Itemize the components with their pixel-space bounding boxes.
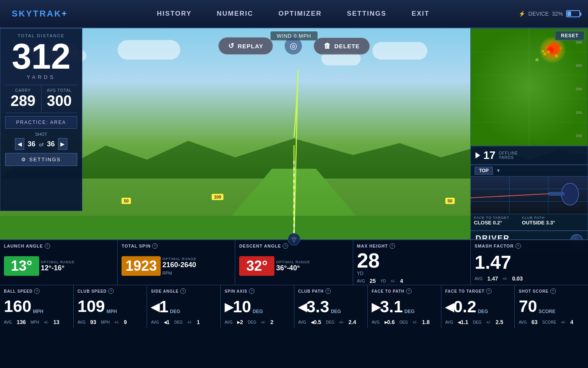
svg-point-19: [535, 58, 539, 61]
dropdown-icon: ▼: [496, 168, 501, 173]
spin-axis-info-icon[interactable]: ?: [249, 288, 254, 294]
fairway-center-line: [294, 161, 295, 239]
chevron-collapse-btn[interactable]: ▽: [288, 233, 300, 246]
scatter-plot: 350 300 250 200 150: [471, 29, 588, 146]
club-view-panel: TOP ▼ FACE TO TARGET CLOSE 0.2° CLUB PAT…: [470, 165, 588, 231]
club-view-header: TOP ▼: [471, 165, 588, 177]
side-angle-info-icon[interactable]: ?: [180, 288, 186, 294]
descent-angle-value: 32°: [239, 256, 274, 276]
descent-angle-info-icon[interactable]: ?: [283, 243, 288, 249]
spin-axis-cell: SPIN AXIS ? ▸10 DEG AVG ▸2 DEG +/- 2: [221, 285, 294, 328]
replay-button[interactable]: ↺ REPLAY: [218, 37, 273, 55]
nav-links: HISTORY NUMERIC OPTIMIZER SETTINGS EXIT: [144, 7, 442, 21]
shot-next-button[interactable]: ▶: [58, 138, 67, 150]
spin-axis-value: ▸10: [225, 297, 251, 316]
shot-score-cell: SHOT SCORE ? 70 SCORE AVG 63 SCORE +/- 4: [515, 285, 588, 328]
club-speed-unit: MPH: [107, 309, 117, 314]
club-path-info-icon[interactable]: ?: [325, 288, 331, 294]
shot-prev-button[interactable]: ◀: [15, 138, 24, 150]
view-toggle-button[interactable]: TOP: [475, 167, 493, 175]
top-navigation: SKYTRAK+ HISTORY NUMERIC OPTIMIZER SETTI…: [0, 0, 588, 28]
shot-counter: 36 of 36: [27, 140, 54, 148]
face-to-path-unit: DEG: [405, 309, 415, 314]
svg-point-17: [555, 55, 558, 58]
ball-speed-value: 160: [4, 297, 31, 316]
avg-total-box: AVG TOTAL 300: [42, 85, 78, 113]
yard-marker-50-left: 50: [122, 198, 131, 204]
launch-angle-value: 13°: [4, 256, 39, 276]
replay-icon: ↺: [228, 42, 234, 50]
svg-text:150: 150: [576, 133, 583, 138]
face-to-target-unit: DEG: [478, 309, 488, 314]
club-path-stat: CLUB PATH OUTSIDE 3.3°: [522, 216, 555, 226]
delete-button[interactable]: 🗑 DELETE: [314, 38, 370, 55]
nav-history[interactable]: HISTORY: [144, 7, 204, 21]
max-height-value: 28: [357, 250, 380, 271]
app-logo: SKYTRAK+: [12, 9, 68, 19]
face-to-target-value: ◂0.2: [445, 297, 476, 316]
total-distance-value: 312: [5, 39, 77, 74]
club-speed-cell: CLUB SPEED ? 109 MPH AVG 93 MPH +/- 9: [74, 285, 147, 328]
nav-numeric[interactable]: NUMERIC: [204, 7, 266, 21]
side-angle-value: ◂1: [151, 297, 168, 316]
side-angle-cell: SIDE ANGLE ? ◂1 DEG AVG ◂1 DEG +/- 1: [147, 285, 221, 328]
club-head-visual: [471, 177, 588, 214]
club-speed-info-icon[interactable]: ?: [108, 288, 114, 294]
left-stats-panel: TOTAL DISTANCE 312 YARDS CARRY 289 AVG T…: [0, 28, 82, 211]
club-path-line: [471, 193, 561, 199]
shot-score-value: 70: [519, 297, 537, 316]
descent-angle-cell: DESCENT ANGLE ? 32° OPTIMAL RANGE 36°-40…: [235, 240, 353, 285]
total-spin-info-icon[interactable]: ?: [152, 243, 158, 249]
face-to-path-cell: FACE TO PATH ? ▸3.1 DEG AVG ▸0.6 DEG +/-…: [368, 285, 441, 328]
gear-icon: ⚙: [21, 157, 27, 162]
svg-point-18: [546, 46, 548, 49]
scatter-reset-button[interactable]: RESET: [555, 31, 584, 40]
ball-speed-unit: MPH: [33, 309, 44, 314]
total-spin-cell: TOTAL SPIN ? 1923 OPTIMAL RANGE 2160-264…: [118, 240, 235, 285]
face-to-target-cell: FACE TO TARGET ? ◂0.2 DEG AVG ◂1.1 DEG +…: [441, 285, 515, 328]
offline-yards-panel: 17 OFFLINE YARDS: [470, 146, 588, 165]
smash-factor-value: 1.47: [475, 251, 511, 273]
yard-marker-50-right: 50: [445, 198, 455, 204]
settings-button[interactable]: ⚙ SETTINGS: [5, 153, 77, 166]
carry-box: CARRY 289: [5, 85, 42, 113]
launch-angle-info-icon[interactable]: ?: [45, 243, 50, 249]
ball-speed-cell: BALL SPEED ? 160 MPH AVG 136 MPH +/- 13: [0, 285, 74, 328]
club-path-value: ◂3.3: [298, 297, 329, 316]
club-speed-value: 109: [78, 297, 105, 316]
face-to-path-value: ▸3.1: [372, 297, 403, 316]
svg-text:350: 350: [576, 40, 583, 44]
lightning-icon: ⚡: [519, 11, 525, 17]
scatter-plot-panel: RESET 350 300 250 200 150: [470, 28, 588, 146]
max-height-info-icon[interactable]: ?: [390, 243, 395, 249]
offline-labels: OFFLINE YARDS: [499, 151, 518, 160]
smash-factor-info-icon[interactable]: ?: [515, 243, 521, 249]
club-stats-row: FACE TO TARGET CLOSE 0.2° CLUB PATH OUTS…: [471, 214, 588, 227]
stats-row-2: BALL SPEED ? 160 MPH AVG 136 MPH +/- 13 …: [0, 285, 588, 328]
action-buttons: ↺ REPLAY ◎ 🗑 DELETE: [218, 37, 370, 55]
svg-text:250: 250: [576, 87, 583, 91]
nav-optimizer[interactable]: OPTIMIZER: [266, 7, 334, 21]
compass-icon: ◎: [285, 37, 302, 55]
ball-speed-info-icon[interactable]: ?: [34, 288, 40, 294]
offline-value: 17: [483, 149, 495, 162]
svg-point-14: [543, 53, 546, 56]
svg-text:200: 200: [576, 110, 583, 115]
face-to-path-info-icon[interactable]: ?: [406, 288, 412, 294]
battery-icon: [566, 10, 580, 17]
spin-axis-unit: DEG: [253, 309, 263, 314]
max-height-unit: YD: [357, 271, 380, 276]
nav-settings[interactable]: SETTINGS: [334, 7, 399, 21]
nav-exit[interactable]: EXIT: [399, 7, 442, 21]
shot-score-info-icon[interactable]: ?: [550, 288, 556, 294]
face-to-target-stat: FACE TO TARGET CLOSE 0.2°: [474, 216, 509, 226]
side-angle-unit: DEG: [170, 309, 180, 314]
bottom-stats-panel: ▽ LAUNCH ANGLE ? 13° OPTIMAL RANGE 12°-1…: [0, 239, 588, 368]
face-to-target-info-icon[interactable]: ?: [486, 288, 492, 294]
club-path-cell: CLUB PATH ? ◂3.3 DEG AVG ◂0.5 DEG +/- 2.…: [294, 285, 368, 328]
svg-point-16: [542, 50, 544, 53]
club-head-shape: [548, 180, 580, 208]
stats-row-1: LAUNCH ANGLE ? 13° OPTIMAL RANGE 12°-16°…: [0, 240, 588, 285]
trash-icon: 🗑: [324, 42, 331, 50]
yard-marker-100-left: 100: [212, 194, 223, 200]
